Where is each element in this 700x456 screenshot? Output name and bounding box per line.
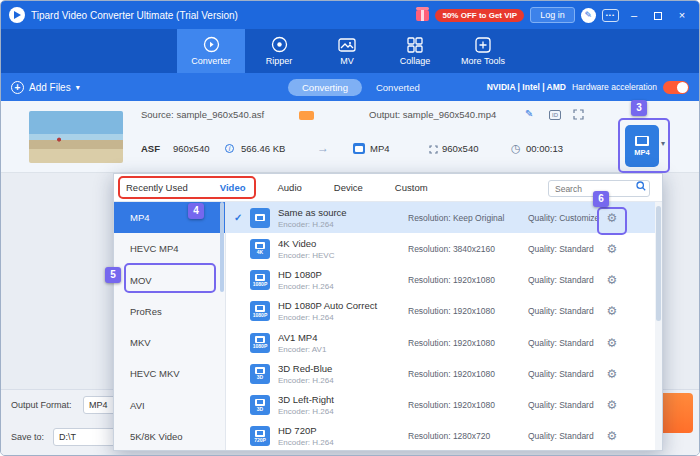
format-encoder: Encoder: AV1	[278, 345, 408, 354]
collage-icon	[407, 36, 423, 53]
nav-tab-collage[interactable]: Collage	[381, 29, 449, 73]
settings-gear-icon[interactable]: ⚙	[602, 304, 622, 318]
source-resolution: 960x540	[173, 143, 209, 154]
title-bar: Tipard Video Converter Ultimate (Trial V…	[1, 1, 699, 29]
nav-tab-mv[interactable]: MV	[313, 29, 381, 73]
main-nav: ConverterRipperMVCollageMore Tools	[1, 29, 699, 73]
pen-tool-icon[interactable]: ✎	[581, 8, 596, 23]
metadata-id-icon[interactable]: ID	[549, 110, 561, 120]
maximize-button[interactable]	[649, 1, 667, 29]
login-button[interactable]: Log in	[530, 7, 575, 23]
search-icon[interactable]	[636, 181, 646, 191]
nav-tab-more-tools[interactable]: More Tools	[449, 29, 517, 73]
panel-tab-audio[interactable]: Audio	[277, 182, 301, 193]
settings-gear-icon[interactable]: ⚙	[602, 273, 622, 287]
save-to-label: Save to:	[11, 432, 44, 442]
sub-toolbar: + Add Files ▾ Converting Converted NVIDI…	[1, 73, 699, 101]
rename-output-icon[interactable]: ✎	[525, 108, 533, 119]
list-scrollbar[interactable]	[655, 202, 662, 450]
output-resolution: 960x540	[442, 143, 478, 154]
menu-dots-icon[interactable]: •••	[602, 9, 619, 22]
format-row[interactable]: 3D3D Left-RightEncoder: H.264Resolution:…	[226, 390, 662, 421]
format-list: ✓Same as sourceEncoder: H.264Resolution:…	[226, 202, 662, 450]
sidebar-item-hevc-mkv[interactable]: HEVC MKV	[114, 358, 225, 389]
format-resolution: Resolution: Keep Original	[408, 213, 528, 223]
format-name: HD 1080P	[278, 269, 408, 280]
maximize-icon	[654, 12, 662, 20]
vip-offer-badge[interactable]: 50% OFF to Get VIP	[435, 9, 524, 22]
gift-icon[interactable]	[416, 10, 429, 21]
settings-gear-icon[interactable]: ⚙	[602, 429, 622, 443]
sidebar-scrollbar[interactable]	[220, 202, 224, 292]
format-name: 3D Red-Blue	[278, 363, 408, 374]
callout-number-4: 4	[188, 203, 204, 219]
panel-tab-device[interactable]: Device	[334, 182, 363, 193]
format-quality: Quality: Customize	[528, 213, 602, 223]
format-name: HD 720P	[278, 425, 408, 436]
hardware-acceleration-label: Hardware acceleration	[572, 82, 657, 92]
sidebar-item-mkv[interactable]: MKV	[114, 327, 225, 358]
sidebar-item-mp4[interactable]: MP4	[114, 202, 225, 233]
callout-box-step3	[618, 118, 670, 173]
toggle-knob	[677, 82, 688, 93]
app-window: Tipard Video Converter Ultimate (Trial V…	[0, 0, 700, 456]
settings-gear-icon[interactable]: ⚙	[602, 367, 622, 381]
check-icon: ✓	[234, 212, 250, 223]
format-quality: Quality: Standard	[528, 306, 602, 316]
expand-resolution-icon	[429, 145, 438, 154]
sidebar-item-avi[interactable]: AVI	[114, 390, 225, 421]
ripper-icon	[271, 36, 288, 53]
format-row[interactable]: 1080PHD 1080P Auto CorrectEncoder: H.264…	[226, 296, 662, 327]
converter-icon	[203, 36, 220, 53]
callout-box-step6	[597, 207, 627, 235]
callout-number-3: 3	[631, 100, 647, 116]
format-encoder: Encoder: H.264	[278, 407, 408, 416]
tab-converted[interactable]: Converted	[376, 82, 420, 93]
convert-arrow-icon: →	[317, 141, 328, 155]
settings-gear-icon[interactable]: ⚙	[602, 336, 622, 350]
format-encoder: Encoder: H.264	[278, 376, 408, 385]
format-badge-icon: 3D	[250, 364, 270, 384]
settings-gear-icon[interactable]: ⚙	[602, 398, 622, 412]
sidebar-item-hevc-mp4[interactable]: HEVC MP4	[114, 233, 225, 264]
format-quality: Quality: Standard	[528, 369, 602, 379]
format-quality: Quality: Standard	[528, 275, 602, 285]
format-row[interactable]: 1080PAV1 MP4Encoder: AV1Resolution: 1920…	[226, 327, 662, 358]
panel-tab-custom[interactable]: Custom	[395, 182, 428, 193]
minimize-button[interactable]: –	[625, 1, 643, 29]
compress-icon[interactable]	[573, 109, 584, 120]
sidebar-item-5k-8k-video[interactable]: 5K/8K Video	[114, 421, 225, 450]
format-quality: Quality: Standard	[528, 338, 602, 348]
callout-box-step5	[124, 263, 216, 293]
format-badge-icon: 720P	[250, 426, 270, 446]
close-button[interactable]: ×	[673, 1, 691, 29]
format-badge-icon	[250, 208, 270, 228]
format-row[interactable]: 720PHD 720PEncoder: H.264Resolution: 128…	[226, 421, 662, 450]
settings-gear-icon[interactable]: ⚙	[602, 242, 622, 256]
format-name: HD 1080P Auto Correct	[278, 300, 408, 311]
format-name: 4K Video	[278, 238, 408, 249]
format-row[interactable]: 4K4K VideoEncoder: HEVCResolution: 3840x…	[226, 233, 662, 264]
duration: 00:00:13	[526, 143, 563, 154]
format-encoder: Encoder: H.264	[278, 438, 408, 447]
gpu-brands-label: NVIDIA | Intel | AMD	[487, 82, 566, 92]
format-quality: Quality: Standard	[528, 244, 602, 254]
scrollbar-thumb[interactable]	[656, 206, 661, 321]
format-row[interactable]: 3D3D Red-BlueEncoder: H.264Resolution: 1…	[226, 358, 662, 389]
nav-tab-converter[interactable]: Converter	[177, 29, 245, 73]
callout-number-5: 5	[105, 267, 121, 283]
format-row[interactable]: 1080PHD 1080PEncoder: H.264Resolution: 1…	[226, 265, 662, 296]
format-quality: Quality: Standard	[528, 431, 602, 441]
hardware-acceleration-toggle[interactable]	[663, 81, 689, 94]
file-row[interactable]: Source: sample_960x540.asf Output: sampl…	[1, 101, 699, 173]
add-files-button[interactable]: + Add Files ▾	[11, 81, 80, 94]
format-encoder: Encoder: H.264	[278, 220, 408, 229]
window-title: Tipard Video Converter Ultimate (Trial V…	[31, 10, 410, 21]
output-format-label: Output Format:	[11, 400, 72, 410]
format-resolution: Resolution: 1920x1080	[408, 369, 528, 379]
info-icon[interactable]: i	[225, 144, 234, 153]
tab-converting[interactable]: Converting	[288, 79, 362, 96]
nav-tab-ripper[interactable]: Ripper	[245, 29, 313, 73]
sidebar-item-prores[interactable]: ProRes	[114, 296, 225, 327]
callout-box-tabs	[118, 176, 256, 199]
